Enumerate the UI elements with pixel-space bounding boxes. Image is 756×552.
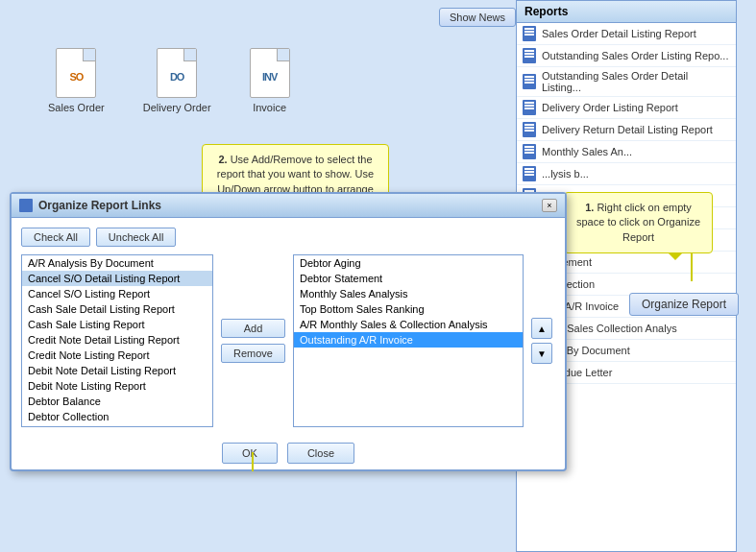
- left-list-item[interactable]: Cancel S/O Detail Listing Report: [22, 271, 212, 286]
- show-news-button[interactable]: Show News: [439, 8, 516, 27]
- report-item-icon: [523, 48, 536, 63]
- report-item-icon: [523, 166, 536, 181]
- dialog-top-buttons: Check All Uncheck All: [21, 228, 555, 247]
- reports-list-item[interactable]: Sales Order Detail Listing Report: [517, 23, 736, 45]
- so-icon: SO: [56, 48, 96, 98]
- reports-header: Reports: [517, 1, 736, 23]
- left-list-item[interactable]: Debtor Collection: [22, 409, 212, 424]
- reports-list-item[interactable]: Delivery Order Listing Report: [517, 97, 736, 119]
- report-item-icon: [523, 100, 536, 115]
- dialog-lists-area: A/R Analysis By DocumentCancel S/O Detai…: [21, 254, 555, 427]
- delivery-order-icon-item[interactable]: DO Delivery Order: [143, 48, 211, 113]
- organize-report-dialog: Organize Report Links × Check All Unchec…: [10, 192, 567, 471]
- left-list-item[interactable]: Delivery Order Detail Listing Report: [22, 424, 212, 427]
- uncheck-all-button[interactable]: Uncheck All: [96, 228, 176, 247]
- report-item-label: Delivery Return Detail Listing Report: [542, 124, 713, 135]
- remove-button[interactable]: Remove: [221, 344, 285, 363]
- dialog-footer: OK Close: [12, 437, 565, 469]
- report-item-label: Outstanding Sales Order Listing Repo...: [542, 50, 728, 61]
- left-list-item[interactable]: Credit Note Listing Report: [22, 348, 212, 363]
- right-list-item[interactable]: Outstanding A/R Invoice: [294, 332, 523, 348]
- tooltip1-step: 2.: [218, 154, 227, 165]
- left-list[interactable]: A/R Analysis By DocumentCancel S/O Detai…: [21, 254, 213, 427]
- report-item-label: Sales Order Detail Listing Report: [542, 28, 696, 39]
- so-badge: SO: [69, 71, 83, 83]
- tooltip2-step: 1.: [585, 202, 594, 213]
- report-item-label: Monthly Sales An...: [542, 146, 632, 157]
- check-all-button[interactable]: Check All: [21, 228, 90, 247]
- close-button[interactable]: Close: [287, 443, 354, 464]
- report-item-icon: [523, 74, 536, 89]
- so-label: Sales Order: [48, 102, 105, 113]
- sales-order-icon-item[interactable]: SO Sales Order: [48, 48, 105, 113]
- tooltip-right-click: 1. Right click on empty space to click o…: [564, 192, 713, 253]
- down-arrow-button[interactable]: ▼: [531, 343, 552, 364]
- ok-button[interactable]: OK: [222, 443, 278, 464]
- do-label: Delivery Order: [143, 102, 211, 113]
- inv-icon: INV: [250, 48, 290, 98]
- left-list-item[interactable]: Debtor Balance: [22, 394, 212, 409]
- left-list-item[interactable]: Cancel S/O Listing Report: [22, 286, 212, 301]
- reports-list-item[interactable]: Outstanding Sales Order Detail Listing..…: [517, 67, 736, 97]
- left-list-item[interactable]: A/R Analysis By Document: [22, 255, 212, 271]
- reports-list-item[interactable]: ...lysis b...: [517, 163, 736, 185]
- report-item-label: ...lysis b...: [542, 168, 589, 180]
- left-list-item[interactable]: Debit Note Listing Report: [22, 378, 212, 394]
- invoice-icon-item[interactable]: INV Invoice: [250, 48, 290, 113]
- do-badge: DO: [170, 71, 184, 83]
- left-list-item[interactable]: Cash Sale Detail Listing Report: [22, 301, 212, 317]
- inv-label: Invoice: [253, 102, 286, 113]
- right-list-item[interactable]: Debtor Aging: [294, 255, 523, 271]
- dialog-title-text: Organize Report Links: [38, 199, 161, 212]
- reports-list-item[interactable]: Outstanding Sales Order Listing Repo...: [517, 45, 736, 67]
- report-item-label: Delivery Order Listing Report: [542, 102, 678, 113]
- middle-buttons: Add Remove: [221, 319, 285, 363]
- right-list-item[interactable]: A/R Monthly Sales & Collection Analysis: [294, 317, 523, 332]
- organize-report-menu-item[interactable]: Organize Report: [629, 293, 739, 316]
- reports-list-item[interactable]: Delivery Return Detail Listing Report: [517, 119, 736, 141]
- up-arrow-button[interactable]: ▲: [531, 318, 552, 339]
- report-item-icon: [523, 122, 536, 137]
- report-item-icon: [523, 26, 536, 41]
- left-list-item[interactable]: Cash Sale Listing Report: [22, 317, 212, 332]
- right-list-item[interactable]: Top Bottom Sales Ranking: [294, 301, 523, 317]
- left-list-item[interactable]: Debit Note Detail Listing Report: [22, 363, 212, 378]
- add-button[interactable]: Add: [221, 319, 285, 338]
- do-icon: DO: [157, 48, 197, 98]
- inv-badge: INV: [262, 71, 277, 83]
- dialog-titlebar: Organize Report Links ×: [12, 194, 565, 218]
- dialog-title: Organize Report Links: [19, 199, 161, 212]
- dialog-close-button[interactable]: ×: [542, 199, 557, 212]
- right-list-item[interactable]: Debtor Statement: [294, 271, 523, 286]
- tooltip2-text: Right click on empty space to click on O…: [576, 202, 700, 243]
- dialog-title-icon: [19, 199, 33, 212]
- right-list[interactable]: Debtor AgingDebtor StatementMonthly Sale…: [293, 254, 524, 427]
- reports-list-item[interactable]: Monthly Sales An...: [517, 141, 736, 163]
- left-list-item[interactable]: Credit Note Detail Listing Report: [22, 332, 212, 348]
- arrow-buttons: ▲ ▼: [531, 318, 552, 364]
- right-list-item[interactable]: Monthly Sales Analysis: [294, 286, 523, 301]
- report-item-icon: [523, 144, 536, 159]
- report-item-label: Outstanding Sales Order Detail Listing..…: [542, 70, 730, 93]
